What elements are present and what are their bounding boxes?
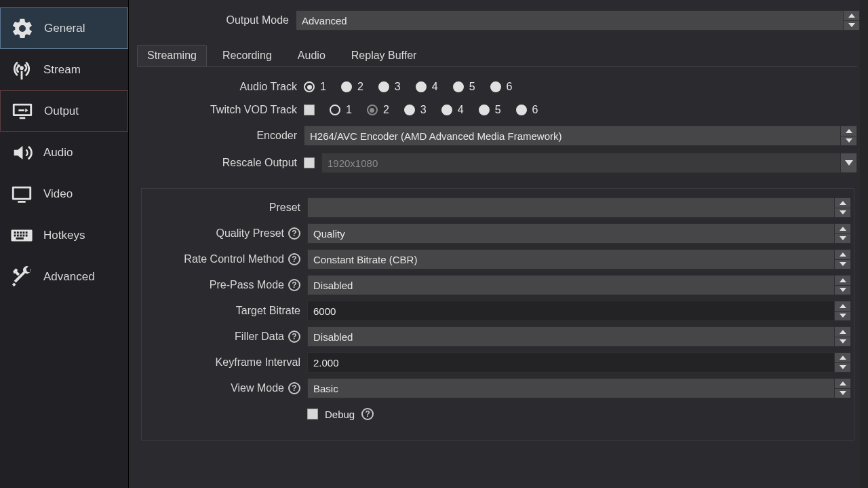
output-mode-row: Output Mode Advanced <box>129 0 860 34</box>
preset-row: Preset <box>144 197 851 219</box>
spinner-icon[interactable] <box>834 301 850 320</box>
help-icon[interactable] <box>288 253 300 265</box>
sidebar-item-label: Audio <box>43 146 73 159</box>
twitch-vod-radio-4[interactable] <box>441 105 452 115</box>
twitch-vod-track-label: Twitch VOD Track <box>137 104 304 116</box>
spinner-icon[interactable] <box>834 353 850 372</box>
twitch-vod-radio-6[interactable] <box>516 105 527 115</box>
rescale-output-select[interactable]: 1920x1080 <box>321 153 857 173</box>
target-bitrate-value: 6000 <box>313 305 336 317</box>
audio-track-radio-2[interactable] <box>341 81 352 92</box>
preset-select[interactable] <box>307 198 851 218</box>
rate-control-select[interactable]: Constant Bitrate (CBR) <box>307 249 851 269</box>
audio-track-opt-label: 3 <box>395 81 401 93</box>
quality-preset-row: Quality Preset Quality <box>144 223 851 244</box>
audio-track-row: Audio Track 1 2 3 4 5 6 <box>137 77 857 97</box>
view-mode-select[interactable]: Basic <box>307 378 851 398</box>
keyframe-interval-label: Keyframe Interval <box>216 356 300 369</box>
encoder-row: Encoder H264/AVC Encoder (AMD Advanced M… <box>137 126 857 146</box>
rescale-output-label: Rescale Output <box>137 157 304 169</box>
prepass-label: Pre-Pass Mode <box>210 279 284 291</box>
tab-streaming[interactable]: Streaming <box>137 45 207 67</box>
tab-replay-buffer[interactable]: Replay Buffer <box>341 45 427 67</box>
sidebar-item-hotkeys[interactable]: Hotkeys <box>0 214 128 256</box>
updown-icon[interactable] <box>834 224 850 243</box>
updown-icon[interactable] <box>843 11 859 30</box>
sidebar-item-label: Hotkeys <box>43 229 85 242</box>
prepass-row: Pre-Pass Mode Disabled <box>144 274 851 296</box>
tab-audio[interactable]: Audio <box>288 45 336 67</box>
chevron-down-icon[interactable] <box>840 153 856 172</box>
updown-icon[interactable] <box>840 126 856 145</box>
quality-preset-value: Quality <box>313 228 345 240</box>
view-mode-row: View Mode Basic <box>144 377 851 399</box>
twitch-vod-opt-label: 6 <box>532 104 538 116</box>
target-bitrate-row: Target Bitrate 6000 <box>144 300 851 322</box>
sidebar-item-label: Output <box>44 105 79 118</box>
target-bitrate-input[interactable]: 6000 <box>307 301 851 321</box>
audio-track-radio-3[interactable] <box>378 81 389 92</box>
help-icon[interactable] <box>361 408 374 420</box>
rescale-output-placeholder: 1920x1080 <box>328 157 378 169</box>
sidebar-item-video[interactable]: Video <box>0 173 128 214</box>
audio-track-opt-label: 2 <box>357 81 363 93</box>
updown-icon[interactable] <box>834 276 850 295</box>
filler-data-row: Filler Data Disabled <box>144 326 851 348</box>
twitch-vod-enable-checkbox[interactable] <box>304 105 315 115</box>
filler-data-label: Filler Data <box>235 331 284 343</box>
audio-track-opt-label: 5 <box>469 81 475 93</box>
rescale-output-row: Rescale Output 1920x1080 <box>137 153 857 173</box>
help-icon[interactable] <box>288 227 300 240</box>
view-mode-value: Basic <box>313 383 338 394</box>
filler-data-value: Disabled <box>313 331 353 343</box>
twitch-vod-opt-label: 4 <box>458 104 464 116</box>
debug-label: Debug <box>325 409 355 420</box>
twitch-vod-track-row: Twitch VOD Track 1 2 3 4 5 6 <box>137 100 857 120</box>
quality-preset-label: Quality Preset <box>216 227 284 240</box>
encoder-label: Encoder <box>137 130 304 142</box>
tab-recording[interactable]: Recording <box>212 45 282 67</box>
monitor-icon <box>8 181 35 208</box>
sidebar-item-general[interactable]: General <box>0 7 128 49</box>
twitch-vod-opt-label: 2 <box>383 104 389 116</box>
twitch-vod-radio-2[interactable] <box>367 105 378 115</box>
twitch-vod-radio-5[interactable] <box>479 105 490 115</box>
twitch-vod-opt-label: 3 <box>420 104 427 116</box>
debug-checkbox[interactable] <box>307 409 318 419</box>
updown-icon[interactable] <box>834 327 850 346</box>
preset-label: Preset <box>269 202 300 214</box>
streaming-upper: Audio Track 1 2 3 4 5 6 Twitch VOD Track… <box>137 77 857 173</box>
keyframe-interval-row: Keyframe Interval 2.000 <box>144 352 851 373</box>
help-icon[interactable] <box>288 331 300 343</box>
tab-separator <box>137 67 857 67</box>
help-icon[interactable] <box>288 382 300 394</box>
audio-track-opt-label: 4 <box>432 81 438 93</box>
tools-icon <box>8 263 35 290</box>
sidebar-item-audio[interactable]: Audio <box>0 132 128 173</box>
encoder-select[interactable]: H264/AVC Encoder (AMD Advanced Media Fra… <box>304 126 857 146</box>
audio-track-radio-6[interactable] <box>490 81 501 92</box>
audio-track-radio-5[interactable] <box>453 81 464 92</box>
updown-icon[interactable] <box>834 198 850 217</box>
rate-control-row: Rate Control Method Constant Bitrate (CB… <box>144 248 851 270</box>
sidebar-item-stream[interactable]: Stream <box>0 49 128 90</box>
twitch-vod-radio-3[interactable] <box>404 105 415 115</box>
updown-icon[interactable] <box>834 250 850 269</box>
audio-track-radio-4[interactable] <box>416 81 427 92</box>
quality-preset-select[interactable]: Quality <box>307 223 851 244</box>
sidebar-item-output[interactable]: Output <box>0 90 128 132</box>
filler-data-select[interactable]: Disabled <box>307 326 851 347</box>
output-mode-select[interactable]: Advanced <box>296 10 860 31</box>
vertical-scrollbar[interactable] <box>860 0 868 488</box>
audio-track-radio-1[interactable] <box>304 81 315 92</box>
keyframe-interval-input[interactable]: 2.000 <box>307 352 851 373</box>
twitch-vod-radio-1[interactable] <box>330 105 340 115</box>
prepass-select[interactable]: Disabled <box>307 275 851 295</box>
updown-icon[interactable] <box>834 379 850 398</box>
sidebar-item-advanced[interactable]: Advanced <box>0 256 128 297</box>
target-bitrate-label: Target Bitrate <box>236 305 300 317</box>
monitor-arrow-icon <box>9 98 36 125</box>
rescale-output-checkbox[interactable] <box>304 157 315 168</box>
help-icon[interactable] <box>288 279 300 291</box>
rate-control-value: Constant Bitrate (CBR) <box>313 254 417 265</box>
